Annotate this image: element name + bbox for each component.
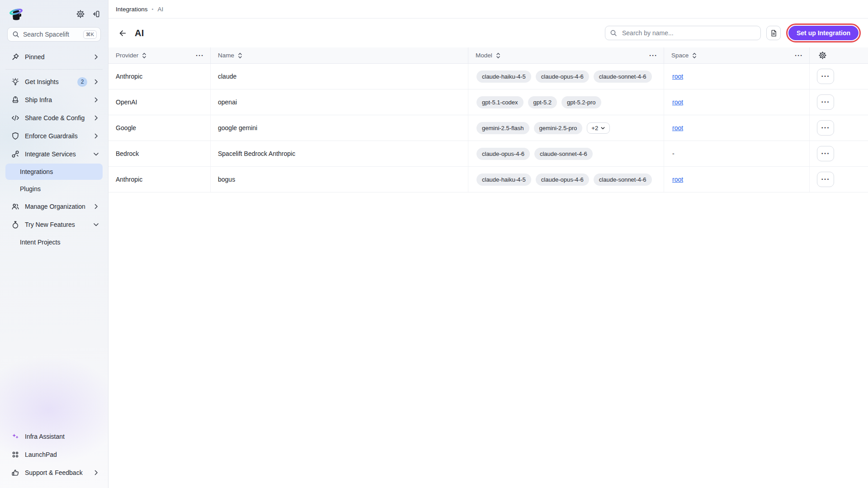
column-header-provider: Provider ··· <box>108 47 211 63</box>
flask-icon <box>11 220 20 229</box>
chevron-right-icon <box>93 79 99 85</box>
table-settings-gear-icon[interactable] <box>819 52 826 59</box>
sidebar-item-pinned[interactable]: Pinned <box>5 48 103 66</box>
space-empty-value: - <box>671 150 675 157</box>
table-row: OpenAI openai gpt-5.1-codex gpt-5.2 gpt-… <box>108 89 868 115</box>
sidebar-item-label: Integrate Services <box>25 150 88 158</box>
sidebar: Search Spacelift ⌘K Pinned <box>0 0 108 488</box>
sidebar-nav: Pinned Get Insights 2 <box>0 48 108 251</box>
sidebar-item-label: Support & Feedback <box>25 469 88 476</box>
column-header-name: Name <box>211 47 468 63</box>
cell-space: root <box>664 167 810 192</box>
row-menu-button[interactable]: ··· <box>817 146 834 161</box>
sidebar-item-share-code-config[interactable]: Share Code & Config <box>5 109 103 127</box>
sidebar-item-manage-organization[interactable]: Manage Organization <box>5 197 103 216</box>
collapse-sidebar-icon[interactable] <box>92 10 100 18</box>
cell-space: - <box>664 141 810 166</box>
model-chip: gemini-2.5-pro <box>534 122 583 134</box>
chevron-right-icon <box>93 203 99 210</box>
column-label: Space <box>671 52 689 59</box>
model-chip: gpt-5.2 <box>528 96 557 108</box>
sidebar-item-label: Ship Infra <box>25 96 88 103</box>
sidebar-item-enforce-guardrails[interactable]: Enforce Guardrails <box>5 127 103 145</box>
code-icon <box>11 113 20 122</box>
space-link[interactable]: root <box>671 124 683 131</box>
cell-provider: Bedrock <box>108 141 211 166</box>
chevron-right-icon <box>93 469 99 476</box>
cell-provider: Anthropic <box>108 64 211 89</box>
pin-icon <box>11 52 20 61</box>
column-header-space: Space ··· <box>664 47 810 63</box>
column-header-model: Model ··· <box>468 47 664 63</box>
integrations-table: Provider ··· Name Model ··· Space ··· <box>108 47 868 192</box>
sidebar-item-get-insights[interactable]: Get Insights 2 <box>5 73 103 91</box>
insights-count-badge: 2 <box>77 77 87 87</box>
cell-actions: ··· <box>810 141 868 166</box>
space-link[interactable]: root <box>671 176 683 183</box>
model-chip: claude-opus-4-6 <box>476 148 530 160</box>
model-chip: claude-sonnet-4-6 <box>594 174 652 186</box>
sidebar-top <box>0 6 108 21</box>
space-link[interactable]: root <box>671 73 683 80</box>
chevron-down-icon <box>93 151 99 157</box>
sidebar-item-label: Enforce Guardrails <box>25 132 88 140</box>
sidebar-item-infra-assistant[interactable]: Infra Assistant <box>5 427 103 446</box>
shortcut-badge: ⌘K <box>83 30 97 39</box>
breadcrumb: Integrations • AI <box>108 0 868 19</box>
page-header: AI <box>108 19 868 47</box>
chevron-right-icon <box>93 115 99 121</box>
sidebar-item-label: Try New Features <box>25 221 88 228</box>
search-input[interactable]: Search Spacelift ⌘K <box>7 27 101 42</box>
sidebar-item-label: Pinned <box>25 53 88 61</box>
settings-gear-icon[interactable] <box>76 10 85 18</box>
sidebar-item-launchpad[interactable]: LaunchPad <box>5 446 103 464</box>
cell-name: Spacelift Bedrock Anthropic <box>211 141 468 166</box>
sidebar-item-intent-projects[interactable]: Intent Projects <box>5 234 103 250</box>
document-button[interactable] <box>766 26 781 40</box>
row-menu-button[interactable]: ··· <box>817 94 834 110</box>
row-menu-button[interactable]: ··· <box>817 172 834 187</box>
breadcrumb-section[interactable]: Integrations <box>116 6 148 13</box>
sort-icon[interactable] <box>495 52 501 59</box>
column-label: Provider <box>116 52 138 59</box>
row-menu-button[interactable]: ··· <box>817 120 834 136</box>
cell-actions: ··· <box>810 167 868 192</box>
column-menu-icon[interactable]: ··· <box>649 53 657 58</box>
sidebar-item-integrations[interactable]: Integrations <box>5 164 103 180</box>
cell-name: claude <box>211 64 468 89</box>
back-button[interactable] <box>116 26 129 40</box>
page-title: AI <box>135 28 144 38</box>
sidebar-item-label: LaunchPad <box>25 451 99 458</box>
sidebar-item-try-new-features[interactable]: Try New Features <box>5 216 103 234</box>
more-models-button[interactable]: +2 <box>587 122 610 134</box>
column-menu-icon[interactable]: ··· <box>795 53 803 58</box>
model-chip: claude-opus-4-6 <box>536 70 589 83</box>
cell-name: openai <box>211 89 468 115</box>
cell-actions: ··· <box>810 115 868 141</box>
column-header-settings <box>810 47 868 63</box>
click-highlight-ring: Set up Integration <box>786 23 861 42</box>
sparkles-icon <box>11 432 20 441</box>
cell-models: gemini-2.5-flash gemini-2.5-pro +2 <box>468 115 664 141</box>
breadcrumb-separator: • <box>152 6 154 12</box>
sort-icon[interactable] <box>237 52 243 59</box>
spacelift-logo[interactable] <box>9 7 24 21</box>
sort-icon[interactable] <box>692 52 697 59</box>
sidebar-item-plugins[interactable]: Plugins <box>5 181 103 197</box>
table-row: Anthropic bogus claude-haiku-4-5 claude-… <box>108 167 868 192</box>
sidebar-item-support-feedback[interactable]: Support & Feedback <box>5 464 103 482</box>
sort-icon[interactable] <box>142 52 147 59</box>
table-row: Google google gemini gemini-2.5-flash ge… <box>108 115 868 141</box>
sidebar-item-label: Intent Projects <box>20 239 61 246</box>
cell-provider: Anthropic <box>108 167 211 192</box>
set-up-integration-button[interactable]: Set up Integration <box>788 26 859 40</box>
model-chip: gpt-5.1-codex <box>476 96 524 108</box>
column-menu-icon[interactable]: ··· <box>196 53 204 58</box>
space-link[interactable]: root <box>671 99 683 106</box>
app-root: Search Spacelift ⌘K Pinned <box>0 0 868 488</box>
row-menu-button[interactable]: ··· <box>817 69 834 84</box>
model-chip: claude-sonnet-4-6 <box>594 70 652 83</box>
sidebar-item-integrate-services[interactable]: Integrate Services <box>5 145 103 163</box>
sidebar-item-ship-infra[interactable]: Ship Infra <box>5 91 103 109</box>
search-by-name-input[interactable] <box>621 29 756 37</box>
